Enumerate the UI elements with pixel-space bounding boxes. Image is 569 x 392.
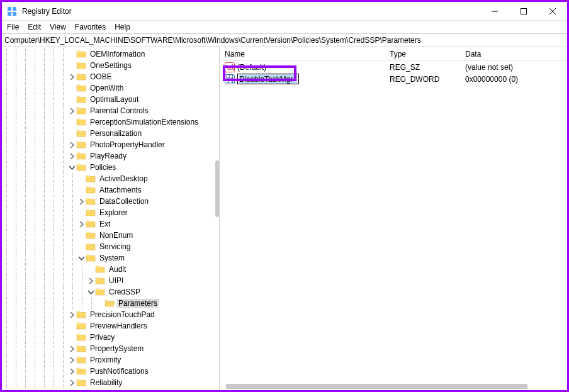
tree-node-label: Personalization <box>89 129 143 138</box>
svg-rect-0 <box>8 7 11 11</box>
folder-icon <box>76 366 89 377</box>
tree-node[interactable]: Parental Controls <box>2 105 219 116</box>
tree-node[interactable]: Privacy <box>2 332 219 343</box>
tree-node-label: CredSSP <box>108 288 142 296</box>
chevron-right-icon[interactable] <box>68 141 76 148</box>
tree-node[interactable]: Policies <box>2 162 219 173</box>
tree-node[interactable]: PerceptionSimulationExtensions <box>2 116 219 128</box>
folder-icon <box>76 94 89 105</box>
folder-icon <box>76 162 89 173</box>
list-row[interactable]: (Default)REG_SZ(value not set) <box>220 61 567 73</box>
chevron-right-icon[interactable] <box>68 311 76 318</box>
list-row[interactable]: REG_DWORD0x00000000 (0) <box>220 73 567 85</box>
list-scrollbar-horizontal[interactable] <box>226 384 561 389</box>
tree-node[interactable]: PlayReady <box>2 150 219 162</box>
menu-help[interactable]: Help <box>115 23 130 31</box>
folder-icon <box>76 117 89 128</box>
tree-node[interactable]: OneSettings <box>2 60 219 71</box>
value-type: REG_SZ <box>390 63 465 72</box>
tree-node[interactable]: PreviewHandlers <box>2 320 219 332</box>
menu-file[interactable]: File <box>7 23 19 31</box>
tree-node[interactable]: CredSSP <box>2 286 219 298</box>
tree-node-label: PerceptionSimulationExtensions <box>89 118 200 126</box>
tree-node[interactable]: UIPI <box>2 275 219 286</box>
rename-input[interactable] <box>239 74 297 84</box>
tree-node[interactable]: Proximity <box>2 354 219 366</box>
tree-node[interactable]: OpenWith <box>2 82 219 94</box>
folder-icon <box>76 310 89 320</box>
svg-rect-2 <box>8 12 11 16</box>
tree-scrollbar[interactable] <box>215 160 219 217</box>
folder-icon <box>86 253 98 264</box>
tree-node[interactable]: Audit <box>2 264 219 275</box>
tree-node-label: System <box>98 254 126 262</box>
menu-edit[interactable]: Edit <box>28 23 41 31</box>
folder-icon <box>76 378 89 388</box>
tree-node-label: Reliability <box>89 378 123 387</box>
address-bar[interactable]: Computer\HKEY_LOCAL_MACHINE\SOFTWARE\Mic… <box>2 33 567 47</box>
tree-pane[interactable]: OEMInformationOneSettingsOOBEOpenWithOpt… <box>2 47 220 390</box>
tree-node[interactable]: Servicing <box>2 241 219 252</box>
folder-icon <box>95 264 108 275</box>
maximize-button[interactable] <box>509 2 538 21</box>
tree-node[interactable]: OptimalLayout <box>2 94 219 105</box>
tree-node[interactable]: Explorer <box>2 207 219 218</box>
tree-node[interactable]: PrecisionTouchPad <box>2 309 219 320</box>
tree-node[interactable]: Attachments <box>2 184 219 196</box>
folder-icon <box>86 242 98 252</box>
col-header-data[interactable]: Data <box>465 50 567 59</box>
col-header-type[interactable]: Type <box>390 50 465 59</box>
chevron-right-icon[interactable] <box>68 379 76 386</box>
tree-node-label: Explorer <box>98 208 129 217</box>
folder-icon <box>86 219 98 230</box>
folder-icon <box>76 332 89 343</box>
tree-node-label: UIPI <box>108 276 125 285</box>
chevron-right-icon[interactable] <box>77 220 85 228</box>
chevron-right-icon[interactable] <box>68 107 76 115</box>
rename-input-wrapper[interactable] <box>237 74 299 84</box>
svg-rect-1 <box>13 7 16 11</box>
tree-node-label: PreviewHandlers <box>89 322 149 330</box>
minimize-button[interactable] <box>480 2 509 21</box>
chevron-right-icon[interactable] <box>68 345 76 352</box>
folder-icon <box>86 230 98 241</box>
tree-node[interactable]: Personalization <box>2 128 219 139</box>
menu-view[interactable]: View <box>50 23 66 31</box>
chevron-right-icon[interactable] <box>77 198 85 205</box>
chevron-down-icon[interactable] <box>77 254 85 262</box>
folder-icon <box>86 174 98 184</box>
tree-node-label: Attachments <box>98 186 143 194</box>
tree-node[interactable]: ActiveDesktop <box>2 173 219 184</box>
tree-node-label: OptimalLayout <box>89 95 140 104</box>
svg-rect-5 <box>521 8 527 14</box>
menu-favorites[interactable]: Favorites <box>75 23 106 31</box>
tree-node[interactable]: PushNotifications <box>2 366 219 377</box>
folder-icon <box>95 276 108 286</box>
chevron-right-icon[interactable] <box>87 277 94 284</box>
tree-node[interactable]: OOBE <box>2 71 219 82</box>
tree-node[interactable]: Ext <box>2 218 219 230</box>
tree-node[interactable]: NonEnum <box>2 230 219 241</box>
chevron-down-icon[interactable] <box>68 164 76 171</box>
folder-icon <box>86 196 98 207</box>
tree-node-label: Ext <box>98 220 111 228</box>
chevron-right-icon[interactable] <box>68 152 76 160</box>
tree-node[interactable]: PropertySystem <box>2 343 219 354</box>
tree-node[interactable]: System <box>2 252 219 264</box>
folder-icon <box>86 208 98 218</box>
chevron-down-icon[interactable] <box>87 288 94 296</box>
tree-node[interactable]: Parameters <box>2 298 219 309</box>
tree-node[interactable]: DataCollection <box>2 196 219 207</box>
app-icon <box>7 6 17 16</box>
tree-node[interactable]: OEMInformation <box>2 48 219 60</box>
chevron-right-icon[interactable] <box>68 367 76 375</box>
list-pane[interactable]: Name Type Data (Default)REG_SZ(value not… <box>220 47 567 390</box>
tree-node-label: DataCollection <box>98 197 150 206</box>
chevron-right-icon[interactable] <box>68 73 76 81</box>
col-header-name[interactable]: Name <box>220 50 390 59</box>
tree-node-label: OpenWith <box>89 84 125 92</box>
tree-node[interactable]: PhotoPropertyHandler <box>2 139 219 150</box>
chevron-right-icon[interactable] <box>68 356 76 364</box>
tree-node[interactable]: Reliability <box>2 377 219 388</box>
close-button[interactable] <box>538 2 567 21</box>
